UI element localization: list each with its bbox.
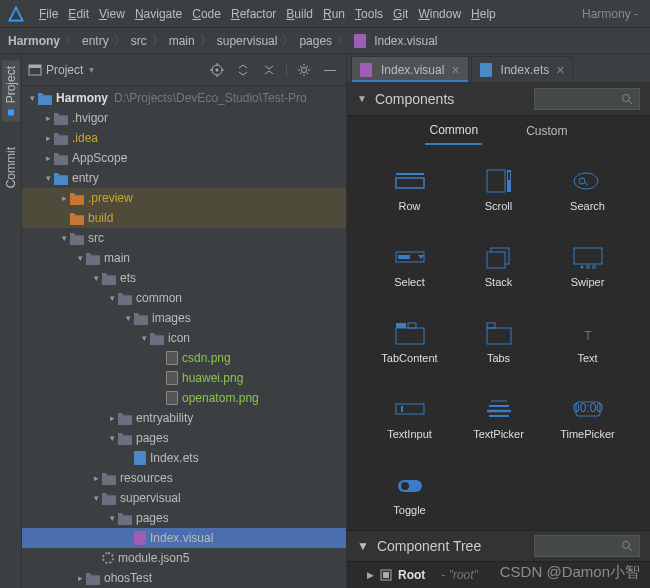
breadcrumb-segment[interactable]: Harmony (8, 34, 60, 48)
menu-view[interactable]: View (94, 5, 130, 23)
tree-node-pages[interactable]: ▾pages (22, 508, 346, 528)
tree-node-icon[interactable]: ▾icon (22, 328, 346, 348)
breadcrumb-segment[interactable]: src (131, 34, 147, 48)
tree-arrow-icon[interactable]: ▸ (58, 193, 70, 203)
tree-arrow-icon[interactable]: ▾ (90, 493, 102, 503)
tree-arrow-icon[interactable]: ▾ (26, 93, 38, 103)
menu-run[interactable]: Run (318, 5, 350, 23)
tree-arrow-icon[interactable]: ▾ (42, 173, 54, 183)
tree-arrow-icon[interactable]: ▸ (106, 413, 118, 423)
component-tree-search-input[interactable] (534, 535, 640, 557)
breadcrumb-segment[interactable]: main (169, 34, 195, 48)
component-tree-root[interactable]: ▶ Root - "root" (347, 562, 650, 588)
tree-arrow-icon[interactable]: ▸ (42, 153, 54, 163)
tab-common[interactable]: Common (425, 117, 482, 145)
tree-node-images[interactable]: ▾images (22, 308, 346, 328)
editor-tab-index-ets[interactable]: Index.ets× (471, 56, 574, 82)
breadcrumb-segment[interactable]: Index.visual (354, 34, 437, 48)
component-row[interactable]: Row (365, 154, 454, 226)
component-swiper[interactable]: Swiper (543, 230, 632, 302)
tree-node-main[interactable]: ▾main (22, 248, 346, 268)
hide-icon[interactable]: — (320, 60, 340, 80)
editor-tab-index-visual[interactable]: Index.visual× (351, 56, 469, 82)
expand-all-icon[interactable] (233, 60, 253, 80)
tree-node-appscope[interactable]: ▸AppScope (22, 148, 346, 168)
tree-arrow-icon[interactable]: ▾ (90, 273, 102, 283)
breadcrumb-segment[interactable]: entry (82, 34, 109, 48)
folder-icon (70, 231, 84, 245)
collapse-all-icon[interactable] (259, 60, 279, 80)
breadcrumb-segment[interactable]: supervisual (217, 34, 278, 48)
tree-node--idea[interactable]: ▸.idea (22, 128, 346, 148)
tree-arrow-icon[interactable]: ▾ (106, 513, 118, 523)
tree-node-label: common (136, 291, 182, 305)
svg-point-3 (215, 68, 218, 71)
menu-edit[interactable]: Edit (63, 5, 94, 23)
project-tree[interactable]: ▾HarmonyD:\Projects\DevEco_Studio\Test-P… (22, 86, 346, 588)
locate-icon[interactable] (207, 60, 227, 80)
tree-node-module-json5[interactable]: ▸module.json5 (22, 548, 346, 568)
tree-node-index-visual[interactable]: ▸Index.visual (22, 528, 346, 548)
tree-node--preview[interactable]: ▸.preview (22, 188, 346, 208)
menu-help[interactable]: Help (466, 5, 501, 23)
tree-node-supervisual[interactable]: ▾supervisual (22, 488, 346, 508)
settings-icon[interactable] (294, 60, 314, 80)
tree-node-ets[interactable]: ▾ets (22, 268, 346, 288)
menu-build[interactable]: Build (281, 5, 318, 23)
menu-file[interactable]: File (34, 5, 63, 23)
tree-node-csdn-png[interactable]: ▸csdn.png (22, 348, 346, 368)
tree-node-huawei-png[interactable]: ▸huawei.png (22, 368, 346, 388)
tree-arrow-icon[interactable]: ▾ (138, 333, 150, 343)
collapse-triangle-icon[interactable]: ▼ (357, 539, 369, 553)
tree-arrow-icon[interactable]: ▸ (90, 473, 102, 483)
tree-node-openatom-png[interactable]: ▸openatom.png (22, 388, 346, 408)
tree-node--hvigor[interactable]: ▸.hvigor (22, 108, 346, 128)
component-select[interactable]: Select (365, 230, 454, 302)
tree-arrow-icon[interactable]: ▸ (74, 573, 86, 583)
tree-arrow-icon[interactable]: ▸ (42, 133, 54, 143)
close-icon[interactable]: × (451, 62, 459, 78)
menu-git[interactable]: Git (388, 5, 413, 23)
tree-arrow-icon[interactable]: ▾ (106, 433, 118, 443)
gutter-tab-project[interactable]: Project (2, 60, 20, 121)
tree-arrow-icon[interactable]: ▸ (42, 113, 54, 123)
tree-node-entry[interactable]: ▾entry (22, 168, 346, 188)
tree-node-common[interactable]: ▾common (22, 288, 346, 308)
component-toggle[interactable]: Toggle (365, 458, 454, 530)
close-icon[interactable]: × (556, 62, 564, 78)
tree-node-entryability[interactable]: ▸entryability (22, 408, 346, 428)
collapse-triangle-icon[interactable]: ▼ (357, 93, 367, 104)
gutter-tab-commit[interactable]: Commit (2, 141, 20, 196)
tree-arrow-icon[interactable]: ▾ (106, 293, 118, 303)
tree-node-build[interactable]: ▸build (22, 208, 346, 228)
breadcrumb-segment[interactable]: pages (299, 34, 332, 48)
chevron-right-icon: 〉 (199, 32, 213, 50)
menu-refactor[interactable]: Refactor (226, 5, 281, 23)
component-textpicker[interactable]: TextPicker (454, 382, 543, 454)
tab-custom[interactable]: Custom (522, 118, 571, 144)
scroll-icon (483, 168, 515, 194)
tree-node-harmony[interactable]: ▾HarmonyD:\Projects\DevEco_Studio\Test-P… (22, 88, 346, 108)
tree-node-ohostest[interactable]: ▸ohosTest (22, 568, 346, 588)
tree-node-resources[interactable]: ▸resources (22, 468, 346, 488)
tree-node-index-ets[interactable]: ▸Index.ets (22, 448, 346, 468)
tree-arrow-icon[interactable]: ▾ (74, 253, 86, 263)
component-tabs[interactable]: Tabs (454, 306, 543, 378)
menu-tools[interactable]: Tools (350, 5, 388, 23)
component-timepicker[interactable]: 00:00TimePicker (543, 382, 632, 454)
component-stack[interactable]: Stack (454, 230, 543, 302)
tree-arrow-icon[interactable]: ▾ (58, 233, 70, 243)
component-textinput[interactable]: TextInput (365, 382, 454, 454)
tree-arrow-icon[interactable]: ▾ (122, 313, 134, 323)
component-text[interactable]: TText (543, 306, 632, 378)
menu-window[interactable]: Window (413, 5, 466, 23)
menu-code[interactable]: Code (187, 5, 226, 23)
components-search-input[interactable] (534, 88, 640, 110)
tree-node-pages[interactable]: ▾pages (22, 428, 346, 448)
component-tabcontent[interactable]: TabContent (365, 306, 454, 378)
project-panel-title[interactable]: Project▾ (28, 63, 201, 77)
component-search[interactable]: Search (543, 154, 632, 226)
menu-navigate[interactable]: Navigate (130, 5, 187, 23)
tree-node-src[interactable]: ▾src (22, 228, 346, 248)
component-scroll[interactable]: Scroll (454, 154, 543, 226)
